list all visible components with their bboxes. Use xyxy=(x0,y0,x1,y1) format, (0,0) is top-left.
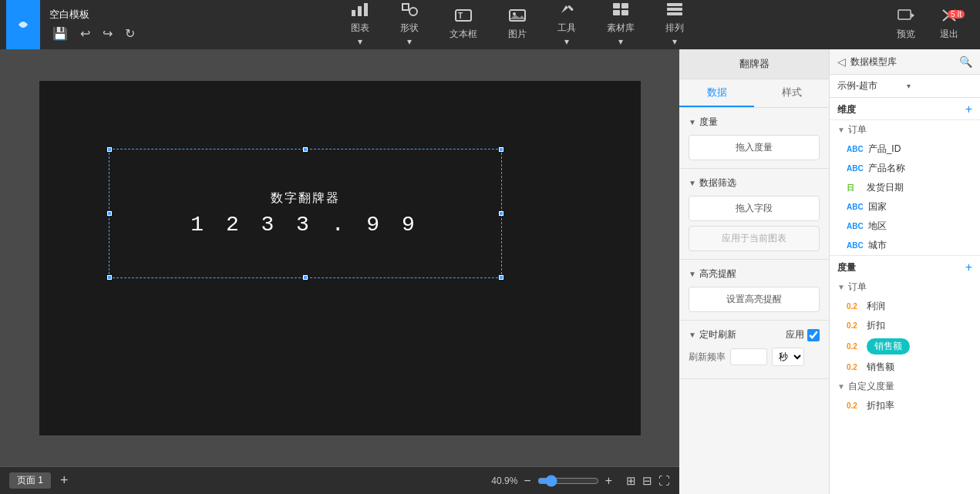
svg-rect-17 xyxy=(667,12,682,15)
handle-bottom-center[interactable] xyxy=(303,275,308,280)
zoom-slider[interactable] xyxy=(537,475,599,487)
exit-button[interactable]: 退出 5 It xyxy=(931,5,968,44)
section-filter-label: 数据筛选 xyxy=(699,176,736,190)
redo-button[interactable]: ↪ xyxy=(99,25,116,42)
dim-item-city[interactable]: ABC 城市 xyxy=(830,236,980,255)
zoom-in-button[interactable]: + xyxy=(604,474,614,488)
widget-value: 1 2 3 3 . 9 9 xyxy=(190,213,419,237)
dim-product-id-label: 产品_ID xyxy=(868,143,972,156)
notification-badge: 5 It xyxy=(948,10,965,18)
dim-item-ship-date[interactable]: 日 发货日期 xyxy=(830,178,980,197)
drag-dimension-btn[interactable]: 拖入度量 xyxy=(689,135,820,160)
menu-tool[interactable]: 工具 ▾ xyxy=(551,0,582,50)
measure-icon: 0.2 xyxy=(847,302,862,311)
preview-icon xyxy=(897,8,914,26)
dim-country-label: 国家 xyxy=(868,200,972,213)
save-button[interactable]: 💾 xyxy=(49,25,71,42)
expand-icon[interactable]: ⛶ xyxy=(658,474,670,487)
set-highlight-btn[interactable]: 设置高亮提醒 xyxy=(689,287,820,312)
measure-item-profit[interactable]: 0.2 利润 xyxy=(830,297,980,316)
order-dimension-group: ▼ 订单 ABC 产品_ID ABC 产品名称 日 发货日期 xyxy=(830,120,980,255)
measure-item-sales-highlighted[interactable]: 0.2 销售额 xyxy=(830,335,980,358)
add-page-button[interactable]: + xyxy=(57,472,72,489)
handle-bottom-left[interactable] xyxy=(107,275,112,280)
dim-product-name-label: 产品名称 xyxy=(868,162,972,175)
drag-field-btn[interactable]: 拖入字段 xyxy=(689,196,820,221)
data-model-scroll[interactable]: 维度 + ▼ 订单 ABC 产品_ID ABC 产品名称 xyxy=(830,98,980,494)
image-icon xyxy=(509,8,526,26)
app-title: 空白模板 xyxy=(49,8,138,22)
fit-icon[interactable]: ⊟ xyxy=(642,474,652,488)
measure-item-discount-rate[interactable]: 0.2 折扣率 xyxy=(830,396,980,415)
menu-asset[interactable]: 素材库 ▾ xyxy=(601,0,641,50)
order-group-header[interactable]: ▼ 订单 xyxy=(830,120,980,139)
flipper-panel: 翻牌器 数据 样式 ▼ 度量 拖入度量 ▼ 数据筛选 拖入字段 应 xyxy=(679,49,830,494)
handle-top-right[interactable] xyxy=(499,147,503,152)
order-measure-group-header[interactable]: ▼ 订单 xyxy=(830,277,980,297)
dim-item-country[interactable]: ABC 国家 xyxy=(830,197,980,217)
add-measure-btn[interactable]: + xyxy=(965,260,972,274)
apply-checkbox[interactable] xyxy=(807,329,820,341)
dim-item-product-id[interactable]: ABC 产品_ID xyxy=(830,139,980,159)
menu-arrange[interactable]: 排列 ▾ xyxy=(659,0,690,50)
section-dimension-label: 度量 xyxy=(699,116,718,129)
handle-middle-left[interactable] xyxy=(107,211,112,216)
freq-unit-select[interactable]: 秒 xyxy=(772,348,804,366)
section-highlight-header[interactable]: ▼ 高亮提醒 xyxy=(689,267,820,281)
tab-style[interactable]: 样式 xyxy=(754,79,829,107)
dim-item-region[interactable]: ABC 地区 xyxy=(830,217,980,236)
tab-data[interactable]: 数据 xyxy=(679,79,754,107)
add-dimension-btn[interactable]: + xyxy=(965,102,972,116)
title-area: 空白模板 💾 ↩ ↪ ↻ xyxy=(40,2,147,49)
abc-icon: ABC xyxy=(847,203,864,211)
section-filter-header[interactable]: ▼ 数据筛选 xyxy=(689,176,820,190)
canvas-area[interactable]: 数字翻牌器 1 2 3 3 . 9 9 页面 1 + 40.9% − + ⊞ ⊟… xyxy=(0,49,679,494)
abc-icon: ABC xyxy=(847,222,864,230)
preview-button[interactable]: 预览 xyxy=(887,5,924,44)
menu-shape-label: 形状 xyxy=(400,22,419,35)
data-model-dropdown[interactable]: 示例-超市 ▾ xyxy=(830,75,980,98)
freq-input[interactable]: 2 xyxy=(730,348,767,365)
section-timer-header[interactable]: ▼ 定时刷新 应用 xyxy=(689,328,820,341)
menu-textbox[interactable]: T 文本框 xyxy=(443,5,483,44)
undo-button[interactable]: ↩ xyxy=(77,25,93,42)
search-btn[interactable]: 🔍 xyxy=(958,54,974,69)
tool-icon xyxy=(558,2,575,20)
chevron-filter: ▼ xyxy=(689,179,696,187)
refresh-button[interactable]: ↻ xyxy=(122,25,138,42)
measure-item-discount[interactable]: 0.2 折扣 xyxy=(830,316,980,335)
measure-discount-label: 折扣 xyxy=(867,319,972,332)
page-tab[interactable]: 页面 1 xyxy=(9,472,51,489)
chevron-dimension: ▼ xyxy=(689,118,696,126)
topbar-right: 预览 退出 5 It xyxy=(887,5,974,44)
section-dimension-header[interactable]: ▼ 度量 xyxy=(689,116,820,129)
menu-arrange-label: 排列 xyxy=(665,22,684,35)
shape-icon xyxy=(401,2,418,20)
custom-measure-group-label: 自定义度量 xyxy=(848,380,894,393)
panel-collapse-btn[interactable]: ◁ xyxy=(836,54,847,69)
fullscreen-icon[interactable]: ⊞ xyxy=(626,474,636,488)
dim-city-label: 城市 xyxy=(868,239,972,252)
handle-bottom-right[interactable] xyxy=(499,275,503,280)
handle-top-center[interactable] xyxy=(303,147,308,152)
flipper-tabs: 数据 样式 xyxy=(679,79,829,108)
svg-rect-15 xyxy=(667,3,682,6)
zoom-percent: 40.9% xyxy=(491,476,517,486)
widget-flipper[interactable]: 数字翻牌器 1 2 3 3 . 9 9 xyxy=(109,149,502,278)
zoom-out-button[interactable]: − xyxy=(522,474,532,488)
menu-chart[interactable]: 图表 ▾ xyxy=(345,0,375,50)
menu-image[interactable]: 图片 xyxy=(502,5,533,44)
custom-measure-group: ▼ 自定义度量 0.2 折扣率 xyxy=(830,377,980,415)
menu-shape[interactable]: 形状 ▾ xyxy=(394,0,425,50)
dim-item-product-name[interactable]: ABC 产品名称 xyxy=(830,159,980,178)
chevron-highlight: ▼ xyxy=(689,270,696,278)
measure-item-sales[interactable]: 0.2 销售额 xyxy=(830,358,980,377)
canvas-background[interactable]: 数字翻牌器 1 2 3 3 . 9 9 xyxy=(39,81,641,435)
apply-chart-btn[interactable]: 应用于当前图表 xyxy=(689,226,820,251)
custom-measure-group-header[interactable]: ▼ 自定义度量 xyxy=(830,377,980,396)
handle-middle-right[interactable] xyxy=(499,211,503,216)
flipper-panel-header: 翻牌器 xyxy=(679,49,829,79)
statusbar: 页面 1 + 40.9% − + ⊞ ⊟ ⛶ xyxy=(0,466,679,494)
dropdown-chevron: ▾ xyxy=(907,82,973,90)
handle-top-left[interactable] xyxy=(107,147,112,152)
